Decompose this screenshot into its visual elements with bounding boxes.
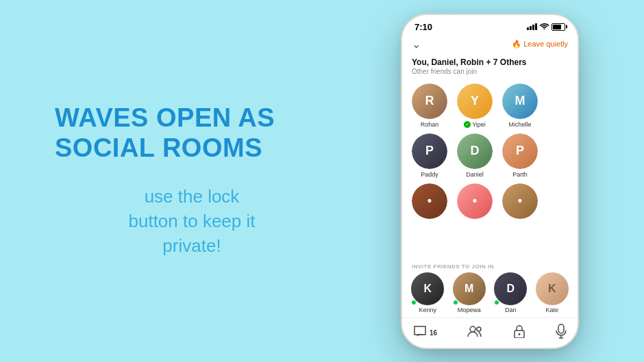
avatars-row-2: P Paddy D Daniel P Parth: [409, 133, 571, 178]
avatar-daniel[interactable]: D Daniel: [454, 133, 495, 178]
fire-emoji: 🔥: [512, 40, 521, 49]
leave-quietly-button[interactable]: 🔥 Leave quietly: [512, 40, 568, 49]
phone-screen: 7:10 ⌄: [402, 15, 578, 348]
signal-bars-icon: [527, 23, 537, 30]
status-icons: [527, 23, 565, 31]
avatar-name: Michelle: [508, 121, 531, 128]
avatar-yipei[interactable]: Y ✓ Yipei: [454, 83, 495, 128]
lock-icon: [513, 324, 525, 341]
people-button[interactable]: [467, 325, 482, 341]
chat-icon: [413, 325, 427, 341]
phone-device: 7:10 ⌄: [401, 14, 579, 349]
room-title: You, Daniel, Robin + 7 Others: [412, 57, 568, 67]
avatar-paddy[interactable]: P Paddy: [409, 133, 450, 178]
bottom-toolbar: 16: [402, 318, 578, 348]
subtext: use the lockbutton to keep itprivate!: [55, 184, 329, 259]
online-indicator: [494, 300, 499, 305]
chat-button[interactable]: 16: [413, 325, 437, 341]
avatars-row-1: R Rohan Y ✓ Yipei: [409, 83, 571, 128]
invite-name: Kate: [545, 307, 558, 313]
avatar-name: Rohan: [421, 121, 439, 128]
avatar-rohan[interactable]: R Rohan: [409, 83, 450, 128]
invite-kate[interactable]: K Kate: [534, 272, 571, 313]
verified-badge-icon: ✓: [464, 121, 471, 128]
invite-mopewa[interactable]: M Mopewa: [451, 272, 488, 313]
avatar-name: Parth: [512, 171, 528, 178]
avatar-michelle[interactable]: M Michelle: [499, 83, 541, 128]
room-subtitle: Other friends can join: [412, 68, 568, 75]
avatar-parth[interactable]: P Parth: [499, 133, 541, 178]
avatar-name: ✓ Yipei: [464, 121, 486, 128]
avatar-partial-3[interactable]: •: [499, 183, 541, 221]
mic-icon: [556, 324, 567, 342]
svg-point-3: [518, 333, 520, 335]
left-content: WAVES OPEN AS SOCIAL ROOMS use the lockb…: [0, 62, 356, 300]
avatar-partial-2[interactable]: •: [454, 183, 495, 221]
chat-count: 16: [430, 329, 437, 337]
invite-section: K Kenny M Mopewa D: [402, 271, 578, 318]
chevron-down-icon[interactable]: ⌄: [412, 38, 421, 51]
phone-mockup-container: 7:10 ⌄: [356, 0, 644, 362]
avatar-partial-1[interactable]: •: [409, 183, 450, 221]
avatars-row-3: • • •: [409, 183, 571, 221]
invite-name: Mopewa: [458, 307, 481, 313]
people-icon: [467, 325, 482, 341]
invite-name: Dan: [505, 307, 517, 313]
status-time: 7:10: [414, 22, 432, 32]
online-indicator: [411, 300, 417, 305]
svg-point-0: [470, 326, 475, 332]
room-info: You, Daniel, Robin + 7 Others Other frie…: [402, 55, 578, 79]
battery-icon: [552, 23, 565, 31]
avatar-name: Paddy: [421, 171, 438, 178]
invite-kenny[interactable]: K Kenny: [409, 272, 447, 313]
headline: WAVES OPEN AS SOCIAL ROOMS: [55, 103, 329, 163]
invite-row: K Kenny M Mopewa D: [409, 272, 571, 313]
invite-name: Kenny: [419, 307, 436, 313]
svg-point-1: [477, 327, 481, 331]
svg-rect-4: [558, 324, 564, 333]
invite-section-label: INVITE FRIENDS TO JOIN IN: [402, 261, 578, 271]
avatars-section: R Rohan Y ✓ Yipei: [402, 79, 578, 261]
lock-button[interactable]: [513, 324, 525, 341]
status-bar: 7:10: [402, 15, 578, 35]
mic-button[interactable]: [556, 324, 567, 342]
wifi-icon: [540, 23, 549, 31]
invite-dan[interactable]: D Dan: [492, 272, 530, 313]
online-indicator: [453, 300, 458, 305]
avatar-name: Daniel: [466, 171, 484, 178]
app-header: ⌄ 🔥 Leave quietly: [402, 35, 578, 55]
